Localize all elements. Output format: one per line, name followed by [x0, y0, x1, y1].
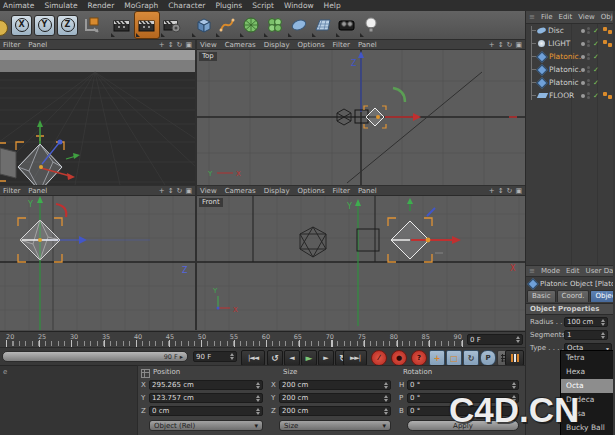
vp-menu-options[interactable]: Options — [298, 41, 325, 49]
zoom-view-icon[interactable]: ↕ — [168, 41, 174, 49]
panel-grip-icon[interactable]: ≡ — [529, 267, 535, 275]
maximize-view-icon[interactable]: ▣ — [185, 41, 192, 49]
position-x-field[interactable]: 295.265 cm — [149, 380, 263, 390]
pan-view-icon[interactable]: + — [159, 187, 165, 195]
render-settings-button[interactable] — [160, 12, 184, 38]
om-menu-file[interactable]: File — [541, 13, 553, 21]
key-parameter-toggle[interactable]: P — [480, 350, 496, 366]
key-scale-toggle[interactable]: □ — [446, 350, 462, 366]
layer-dot-icon[interactable] — [581, 94, 585, 98]
rotate-view-icon[interactable]: ↻ — [507, 187, 513, 195]
key-rotation-toggle[interactable]: ↻ — [463, 350, 479, 366]
position-y-field[interactable]: 123.757 cm — [149, 393, 263, 403]
goto-start-button[interactable]: |◄◄ — [241, 350, 265, 366]
layer-dot-icon[interactable] — [581, 55, 585, 59]
maximize-view-icon[interactable]: ▣ — [185, 187, 192, 195]
right-scene-canvas[interactable]: Y Z — [0, 196, 195, 330]
play-backwards-button[interactable]: ↺ — [267, 350, 283, 366]
vp-menu-display[interactable]: Display — [264, 41, 290, 49]
render-view-button[interactable] — [110, 12, 134, 38]
key-position-toggle[interactable]: + — [429, 350, 445, 366]
zoom-view-icon[interactable]: ↕ — [168, 187, 174, 195]
pan-view-icon[interactable]: + — [489, 187, 495, 195]
layer-dot-icon[interactable] — [581, 81, 585, 85]
object-row-floor[interactable]: FLOOR ✓ — [526, 89, 615, 102]
vp-menu-panel[interactable]: Panel — [358, 187, 377, 195]
object-row-light[interactable]: LIGHT ✓ — [526, 37, 615, 50]
vp-menu-cameras[interactable]: Cameras — [225, 187, 256, 195]
visibility-toggle-icon[interactable] — [587, 27, 590, 34]
size-z-field[interactable]: 200 cm — [279, 406, 391, 416]
end-frame-field[interactable]: 0 F — [467, 334, 523, 345]
vp-menu-cameras[interactable]: Cameras — [225, 41, 256, 49]
pan-view-icon[interactable]: + — [489, 41, 495, 49]
rotation-h-field[interactable]: 0 ° — [407, 380, 519, 390]
enable-check-icon[interactable]: ✓ — [592, 79, 600, 87]
keying-options-button[interactable]: ? — [411, 350, 427, 366]
vp-menu-display[interactable]: Display — [264, 187, 290, 195]
rotate-view-icon[interactable]: ↻ — [177, 41, 183, 49]
enable-check-icon[interactable]: ✓ — [592, 27, 600, 35]
menu-simulate[interactable]: Simulate — [44, 1, 77, 10]
visibility-toggle-icon[interactable] — [587, 53, 590, 60]
z-axis-lock-button[interactable]: Z — [57, 15, 78, 36]
menu-window[interactable]: Window — [284, 1, 314, 10]
object-row-platonic1[interactable]: Platonic.1 ✓ — [526, 63, 615, 76]
layer-dot-icon[interactable] — [581, 42, 585, 46]
menu-mograph[interactable]: MoGraph — [124, 1, 158, 10]
vp-menu-filter[interactable]: Filter — [3, 187, 20, 195]
type-option-tetra[interactable]: Tetra — [561, 351, 615, 365]
vp-menu-filter[interactable]: Filter — [3, 41, 20, 49]
enable-check-icon[interactable]: ✓ — [592, 66, 600, 74]
visibility-toggle-icon[interactable] — [587, 66, 590, 73]
vp-menu-options[interactable]: Options — [298, 187, 325, 195]
add-environment-button[interactable] — [287, 12, 311, 38]
menu-render[interactable]: Render — [88, 1, 115, 10]
menu-plugins[interactable]: Plugins — [215, 1, 242, 10]
object-row-platonic[interactable]: Platonic ✓ — [526, 76, 615, 89]
record-keyframe-button[interactable]: ⁄ — [371, 350, 387, 366]
vp-menu-panel[interactable]: Panel — [28, 187, 47, 195]
goto-end-button[interactable]: ►►| — [343, 350, 367, 366]
top-scene-canvas[interactable]: Z Y X — [197, 50, 525, 185]
size-x-field[interactable]: 200 cm — [279, 380, 391, 390]
perspective-scene-canvas[interactable] — [0, 50, 195, 185]
zoom-view-icon[interactable]: ↕ — [498, 187, 504, 195]
menu-animate[interactable]: Animate — [3, 1, 34, 10]
object-row-disc[interactable]: Disc ✓ — [526, 24, 615, 37]
viewport-splitter-horizontal[interactable] — [0, 185, 525, 186]
render-picture-viewer-button[interactable] — [134, 11, 160, 39]
tab-basic[interactable]: Basic — [527, 290, 556, 302]
add-floor-button[interactable] — [311, 12, 335, 38]
y-axis-lock-button[interactable]: Y — [34, 15, 55, 36]
tab-object[interactable]: Object — [590, 290, 615, 302]
add-camera-button[interactable] — [335, 12, 359, 38]
coord-size-dropdown[interactable]: Size▾ — [279, 420, 391, 431]
rotate-view-icon[interactable]: ↻ — [507, 41, 513, 49]
autokey-button[interactable]: ● — [391, 350, 407, 366]
attr-menu-edit[interactable]: Edit — [566, 267, 580, 275]
vp-menu-filter[interactable]: Filter — [333, 187, 350, 195]
next-frame-button[interactable]: ► — [318, 350, 334, 366]
menu-character[interactable]: Character — [168, 1, 205, 10]
field-stepper-icon[interactable] — [515, 336, 520, 343]
add-cube-button[interactable] — [191, 12, 215, 38]
layer-dot-icon[interactable] — [581, 29, 585, 33]
visibility-toggle-icon[interactable] — [587, 40, 590, 47]
zoom-view-icon[interactable]: ↕ — [498, 41, 504, 49]
power-slider[interactable]: 90 F▸ — [2, 351, 188, 362]
add-subdivision-surface-button[interactable] — [239, 12, 263, 38]
attr-menu-mode[interactable]: Mode — [541, 267, 560, 275]
timeline-ruler[interactable]: 2025 3035 4045 5055 6065 7075 8085 90 0 … — [0, 331, 525, 347]
enable-check-icon[interactable]: ✓ — [592, 92, 600, 100]
panel-grip-icon[interactable]: ≡ — [529, 13, 535, 21]
keyframe-selection-button[interactable] — [505, 350, 524, 366]
object-row-platonic2[interactable]: Platonic.2 ✓ — [526, 50, 615, 63]
size-y-field[interactable]: 200 cm — [279, 393, 391, 403]
om-menu-view[interactable]: View — [578, 13, 595, 21]
coordinate-system-button[interactable] — [79, 12, 103, 38]
maximize-view-icon[interactable]: ▣ — [515, 41, 522, 49]
position-z-field[interactable]: 0 cm — [149, 406, 263, 416]
radius-field[interactable]: 100 cm — [564, 317, 608, 327]
menu-script[interactable]: Script — [252, 1, 274, 10]
